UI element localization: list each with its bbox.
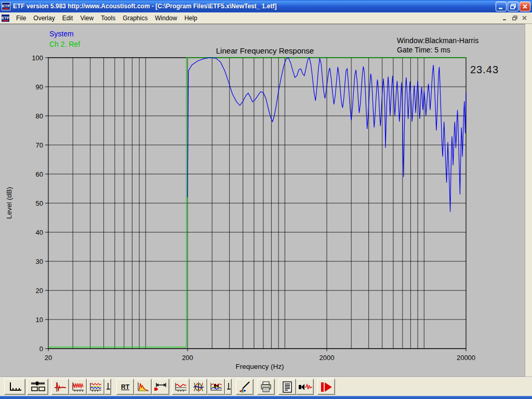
- svg-text:200: 200: [182, 354, 193, 362]
- chart-area: System Ch 2. Ref Window:Blackman-Harris …: [0, 24, 525, 377]
- svg-text:40: 40: [36, 229, 43, 236]
- menu-view[interactable]: View: [76, 13, 97, 23]
- axis-tool-button[interactable]: [104, 379, 111, 395]
- print-button[interactable]: [257, 379, 275, 395]
- speaker-wave-icon: [298, 381, 312, 393]
- mdi-restore-button[interactable]: [510, 14, 519, 22]
- mdi-close-icon: [522, 16, 527, 20]
- menu-overlay[interactable]: Overlay: [30, 13, 58, 23]
- title-bar: ETF ETF version 5.983 http://www.Acousti…: [0, 0, 532, 12]
- document-icon: [281, 381, 294, 393]
- small-axis-icon: [226, 381, 231, 393]
- app-window: ETF ETF version 5.983 http://www.Acousti…: [0, 0, 532, 399]
- app-icon[interactable]: ETF: [2, 2, 10, 10]
- rt-label: RT: [121, 383, 129, 391]
- svg-text:30: 30: [36, 258, 43, 265]
- window-frame-bottom: [0, 396, 532, 399]
- small-axis-icon: [105, 381, 111, 393]
- energy-decay-icon: [136, 381, 150, 393]
- smoothed-response-icon: [174, 381, 188, 393]
- window-frame-right: [525, 24, 532, 377]
- frequency-response-icon: [71, 381, 85, 393]
- svg-text:10: 10: [36, 316, 43, 324]
- mdi-restore-icon: [512, 16, 517, 21]
- overlay-response-button[interactable]: [87, 379, 104, 395]
- svg-text:0: 0: [39, 345, 43, 353]
- svg-text:2000: 2000: [320, 354, 335, 362]
- brush-icon: [238, 381, 251, 393]
- minimize-icon: [498, 4, 504, 9]
- menu-tools[interactable]: Tools: [97, 13, 119, 23]
- notes-button[interactable]: [278, 379, 296, 395]
- speaker-response-icon: [209, 381, 223, 393]
- close-button[interactable]: [520, 2, 530, 11]
- svg-text:20: 20: [45, 354, 52, 362]
- overlay-curves-icon: [89, 381, 102, 393]
- gate-time-icon: [153, 381, 168, 393]
- document-mdi-icon[interactable]: ETF: [1, 14, 10, 22]
- speaker-response-button[interactable]: [207, 379, 225, 395]
- mdi-close-button[interactable]: [520, 14, 529, 22]
- impulse-response-icon: [54, 381, 67, 393]
- smoothed-response-button[interactable]: [172, 379, 190, 395]
- energy-decay-button[interactable]: [134, 379, 152, 395]
- svg-text:60: 60: [36, 170, 43, 178]
- printer-icon: [259, 381, 273, 393]
- mdi-minimize-icon: [502, 16, 507, 20]
- svg-text:80: 80: [36, 112, 43, 120]
- chart-svg: 010203040506070809010020200200020000: [0, 24, 525, 378]
- play-icon: [319, 381, 334, 393]
- menu-help[interactable]: Help: [181, 13, 201, 23]
- svg-text:50: 50: [36, 200, 43, 207]
- phase-curves-icon: [192, 381, 205, 393]
- svg-text:100: 100: [32, 54, 43, 62]
- toolbar: RT: [0, 377, 532, 396]
- annotate-button[interactable]: [236, 379, 254, 395]
- axis-tool2-button[interactable]: [225, 379, 232, 395]
- svg-text:20: 20: [36, 287, 43, 295]
- rt-button[interactable]: RT: [116, 379, 134, 395]
- frequency-response-button[interactable]: [69, 379, 87, 395]
- mdi-minimize-button[interactable]: [500, 14, 509, 22]
- phase-response-button[interactable]: [190, 379, 207, 395]
- svg-text:70: 70: [36, 141, 43, 149]
- svg-text:20000: 20000: [457, 354, 475, 362]
- menu-window[interactable]: Window: [151, 13, 181, 23]
- menu-bar: ETF FileOverlayEditViewToolsGraphicsWind…: [0, 12, 532, 24]
- window-title: ETF version 5.983 http://www.Acoustisoft…: [13, 3, 496, 10]
- gate-time-button[interactable]: [152, 379, 169, 395]
- menu-edit[interactable]: Edit: [59, 13, 77, 23]
- restore-button[interactable]: [508, 2, 518, 11]
- plot-scale-button[interactable]: [4, 379, 25, 395]
- impulse-response-button[interactable]: [51, 379, 69, 395]
- axis-scale-icon: [8, 381, 22, 393]
- close-icon: [522, 4, 528, 9]
- menu-file[interactable]: File: [12, 13, 30, 23]
- run-button[interactable]: [317, 379, 335, 395]
- svg-text:90: 90: [36, 83, 43, 91]
- plot-layout-button[interactable]: [27, 379, 48, 395]
- menu-graphics[interactable]: Graphics: [119, 13, 151, 23]
- minimize-button[interactable]: [496, 2, 507, 11]
- restore-icon: [510, 4, 516, 9]
- audio-measure-button[interactable]: [296, 379, 314, 395]
- dual-plot-icon: [30, 381, 46, 393]
